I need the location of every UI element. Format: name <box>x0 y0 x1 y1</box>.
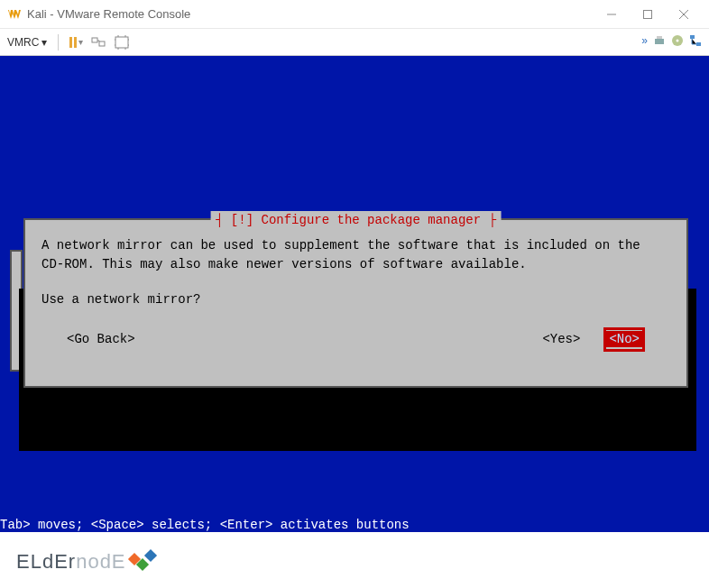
package-manager-dialog: ┤ [!] Configure the package manager ├ A … <box>23 218 688 388</box>
vmware-icon <box>7 7 22 22</box>
vmrc-label: VMRC <box>7 36 39 49</box>
titlebar: Kali - VMware Remote Console <box>0 0 709 29</box>
watermark-text-1: ELdEr <box>16 550 76 574</box>
maximize-button[interactable] <box>630 2 666 27</box>
svg-rect-1 <box>92 38 97 42</box>
vm-console-screen[interactable]: ┤ [!] Configure the package manager ├ A … <box>0 56 709 532</box>
toolbar-separator <box>58 34 59 51</box>
watermark-logo-icon <box>130 555 154 569</box>
dialog-question: Use a network mirror? <box>41 290 670 309</box>
window-title: Kali - VMware Remote Console <box>27 7 594 21</box>
watermark-text-2: nodE <box>76 550 125 574</box>
fullscreen-button[interactable] <box>114 34 130 51</box>
svg-rect-3 <box>115 37 128 48</box>
svg-rect-2 <box>99 41 105 46</box>
eldernode-watermark: ELdEr nodE <box>16 550 154 574</box>
toolbar-left: VMRC ▾ ▾ <box>7 34 641 51</box>
toolbar: VMRC ▾ ▾ » <box>0 29 709 56</box>
svg-rect-5 <box>657 36 662 39</box>
cd-icon[interactable] <box>671 34 684 50</box>
svg-rect-0 <box>644 10 652 18</box>
vmrc-menu-button[interactable]: VMRC ▾ <box>7 36 47 49</box>
chevron-down-icon: ▾ <box>78 37 83 47</box>
dialog-right-buttons: <Yes> <No> <box>542 327 645 352</box>
footer-help-text: Tab> moves; <Space> selects; <Enter> act… <box>0 518 709 532</box>
svg-rect-9 <box>696 42 701 46</box>
svg-rect-8 <box>690 35 695 39</box>
toolbar-right: » <box>641 34 702 50</box>
chevron-down-icon: ▾ <box>41 36 47 49</box>
pause-icon <box>69 37 77 48</box>
send-ctrl-alt-del-button[interactable] <box>90 34 106 51</box>
dialog-body-text: A network mirror can be used to suppleme… <box>41 236 670 274</box>
pause-button[interactable]: ▾ <box>69 37 83 48</box>
window-controls <box>594 2 702 27</box>
printer-icon[interactable] <box>653 34 666 50</box>
close-button[interactable] <box>666 2 702 27</box>
go-back-button[interactable]: <Go Back> <box>67 330 135 349</box>
svg-rect-4 <box>655 39 664 44</box>
dialog-button-row: <Go Back> <Yes> <No> <box>41 327 670 352</box>
no-button[interactable]: <No> <box>606 331 642 347</box>
minimize-button[interactable] <box>594 2 630 27</box>
svg-point-7 <box>677 40 679 42</box>
network-icon[interactable] <box>689 34 702 50</box>
yes-button[interactable]: <Yes> <box>542 330 580 349</box>
dialog-title: ┤ [!] Configure the package manager ├ <box>210 211 502 230</box>
connect-devices-icon[interactable]: » <box>641 34 648 50</box>
no-button-highlight: <No> <box>603 327 645 352</box>
